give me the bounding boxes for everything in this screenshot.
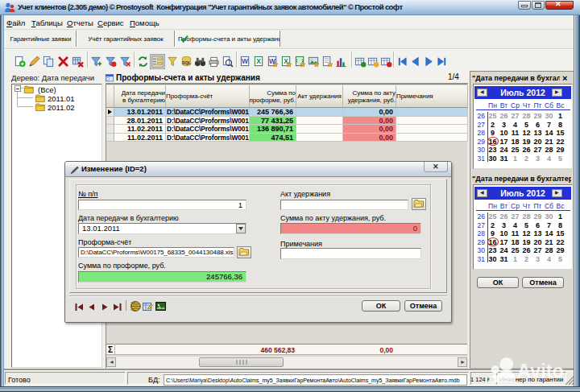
svg-text:W: W xyxy=(242,57,248,65)
svg-text:Avito: Avito xyxy=(517,361,564,382)
svg-text:X: X xyxy=(256,57,261,65)
svg-text:SQL: SQL xyxy=(182,60,192,65)
